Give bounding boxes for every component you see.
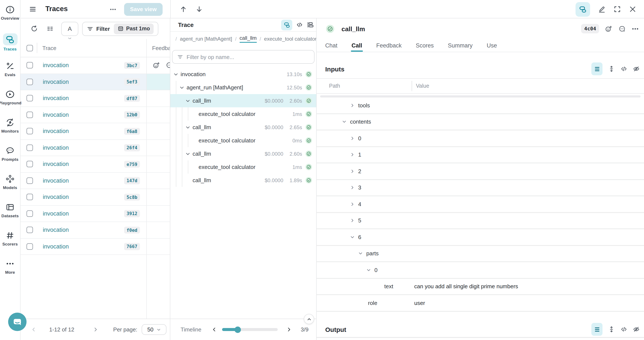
json-view-icon[interactable] [620,326,627,333]
tree-node-row[interactable]: agent_run [MathAgent]12.50s [170,81,316,94]
hide-values-icon[interactable] [633,326,640,333]
save-view-button[interactable]: Save view [124,3,162,15]
expand-rows-icon[interactable] [608,326,615,333]
flamegraph-view-icon[interactable] [307,21,314,28]
path-value-row[interactable]: roleuser [317,295,644,312]
trace-op-link[interactable]: invocation [43,194,69,200]
row-checkbox[interactable] [26,194,33,200]
trace-table-row[interactable]: invocationdf87 [20,90,170,107]
path-value-row[interactable]: 6 [317,229,644,246]
chev-down-icon[interactable] [185,151,190,156]
chev-down-icon[interactable] [342,119,346,124]
add-reaction-icon[interactable] [605,25,612,32]
hamburger-menu-icon[interactable] [29,5,36,13]
filter-button[interactable]: Filter Past 1mo [82,21,158,36]
path-value-row[interactable]: parts [317,246,644,262]
sidebar-item-prompts[interactable]: Prompts [0,146,20,174]
chev-right-icon[interactable] [350,218,355,223]
close-icon[interactable] [629,5,636,13]
trace-table-row[interactable]: invocation3912 [20,206,170,222]
trace-op-link[interactable]: invocation [43,161,69,167]
row-checkbox[interactable] [26,161,33,167]
path-value-row[interactable]: textcan you add all single digit prime n… [317,279,644,295]
chev-right-icon[interactable] [350,185,355,190]
expand-rows-icon[interactable] [608,65,615,72]
json-view-icon[interactable] [620,65,627,72]
next-page-icon[interactable] [93,327,98,332]
fullscreen-icon[interactable] [614,5,621,13]
feedback-cell[interactable] [146,74,170,90]
view-options-kebab-icon[interactable] [110,6,116,13]
tab-summary[interactable]: Summary [448,39,472,52]
timeline-slider[interactable] [222,328,278,331]
per-page-select[interactable]: 50 [142,324,166,335]
chev-right-icon[interactable] [350,169,355,174]
sidebar-item-overview[interactable]: Overview [0,5,20,33]
sidebar-item-playground[interactable]: Playground [0,90,20,118]
comment-icon[interactable] [618,25,626,32]
path-value-row[interactable]: contents [317,114,644,130]
trace-table-row[interactable]: invocation26f4 [20,140,170,156]
trace-table-row[interactable]: invocation5c8b [20,189,170,206]
list-view-button[interactable] [591,62,602,75]
row-checkbox[interactable] [26,128,33,134]
tree-node-row[interactable]: execute_tool calculator0ms [170,134,316,147]
row-checkbox[interactable] [26,79,33,85]
timeline-previous-icon[interactable] [211,327,217,332]
trace-op-link[interactable]: invocation [43,243,69,250]
path-value-row[interactable]: 1 [317,147,644,163]
list-view-button[interactable] [591,323,602,336]
trace-column-header[interactable]: Trace [42,45,56,51]
timeline-next-icon[interactable] [286,327,292,332]
trace-op-link[interactable]: invocation [43,177,69,184]
timeline-slider-knob[interactable] [234,326,241,333]
feedback-cell[interactable] [146,57,170,73]
chev-down-icon[interactable] [173,72,178,77]
trace-table-row[interactable]: invocation147d [20,173,170,189]
trace-table-row[interactable]: invocation7667 [20,238,170,255]
chev-right-icon[interactable] [350,152,355,157]
trace-table-row[interactable]: invocation5ef3 [20,74,170,90]
trace-op-link[interactable]: invocation [43,62,69,69]
collapse-timeline-button[interactable] [304,314,314,324]
sidebar-item-models[interactable]: Models [0,174,20,203]
path-value-row[interactable]: 5 [317,213,644,229]
chev-down-icon[interactable] [358,251,363,256]
feedback-cell[interactable] [146,206,170,222]
chev-down-icon[interactable] [350,235,355,240]
refresh-icon[interactable] [31,25,38,32]
row-checkbox[interactable] [26,227,33,233]
sidebar-item-evals[interactable]: Evals [0,62,20,90]
tree-view-toggle-button[interactable] [281,19,292,30]
breadcrumb-item[interactable]: call_llm [240,35,257,42]
tab-use[interactable]: Use [487,39,497,52]
op-name-filter-field[interactable] [172,50,314,64]
trace-op-link[interactable]: invocation [43,227,69,233]
chev-down-icon[interactable] [185,98,190,103]
tab-scores[interactable]: Scores [416,39,434,52]
path-value-row[interactable]: 0 [317,262,644,279]
feedback-column-header[interactable]: Feedback [152,45,170,51]
next-call-arrow-icon[interactable] [196,5,203,13]
trace-table-row[interactable]: invocatione759 [20,156,170,173]
op-name-filter-input[interactable] [186,54,311,60]
chev-right-icon[interactable] [350,136,355,141]
tree-node-row[interactable]: execute_tool calculator1ms [170,107,316,121]
code-view-icon[interactable] [296,21,303,28]
path-value-row[interactable]: tools [317,97,644,114]
chev-down-icon[interactable] [185,125,190,130]
path-value-row[interactable]: 3 [317,180,644,196]
tab-chat[interactable]: Chat [325,39,338,52]
select-all-checkbox[interactable] [26,45,33,51]
feedback-cell[interactable] [146,238,170,255]
feedback-cell[interactable] [146,107,170,123]
trace-op-link[interactable]: invocation [43,210,69,217]
feedback-cell[interactable] [146,222,170,238]
trace-view-toggle-button[interactable] [576,2,590,16]
row-checkbox[interactable] [26,62,33,69]
chev-right-icon[interactable] [350,103,355,108]
sidebar-item-scorers[interactable]: Scorers [0,231,20,259]
column-settings-icon[interactable] [47,25,54,32]
path-value-row[interactable]: 2 [317,163,644,180]
horizontal-scrollbar[interactable] [320,95,640,97]
